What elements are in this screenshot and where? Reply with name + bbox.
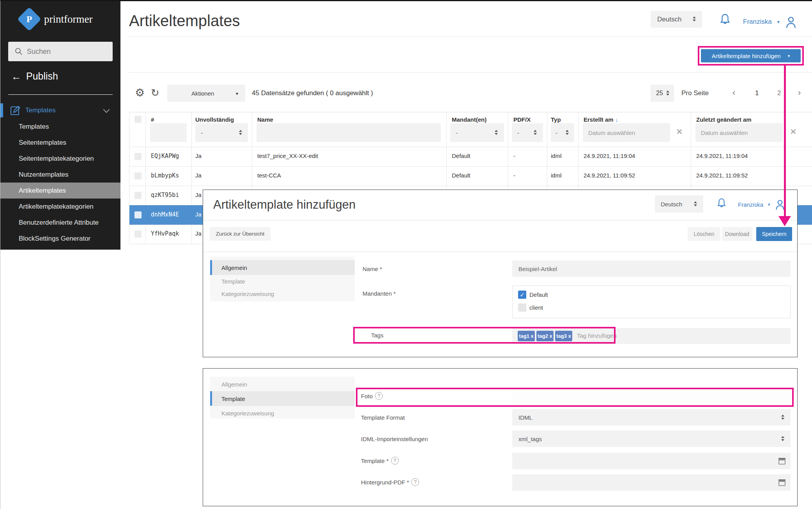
- caret-down-icon: ▾: [777, 19, 780, 25]
- sidebar-item-blocksettings-generator[interactable]: BlockSettings Generator: [0, 231, 120, 247]
- sidebar-item-nutzentemplates[interactable]: Nutzentemplates: [0, 167, 120, 183]
- delete-button[interactable]: Löschen: [688, 227, 720, 241]
- background-pdf-field[interactable]: [512, 474, 791, 491]
- mandant-client-checkbox[interactable]: [518, 303, 526, 312]
- back-arrow-icon: ←: [11, 71, 21, 82]
- column-header-zuletzt-geaendert[interactable]: Zuletzt geändert am: [696, 116, 752, 123]
- nav-item-allgemein[interactable]: Allgemein: [210, 377, 355, 392]
- help-icon[interactable]: ?: [391, 457, 399, 465]
- column-header-mandant[interactable]: Mandant(en): [452, 116, 486, 123]
- logo-text: printformer: [44, 13, 92, 25]
- language-select[interactable]: Deutsch: [655, 195, 703, 213]
- template-file-label: Template *: [361, 458, 389, 464]
- annotation-arrow-line: [784, 65, 786, 217]
- nav-item-kategoriezuweisung[interactable]: Kategoriezuweisung: [210, 406, 355, 420]
- user-name: Franziska: [743, 18, 772, 26]
- mandant-default-checkbox[interactable]: ✓: [518, 291, 526, 299]
- row-checkbox[interactable]: [134, 211, 142, 218]
- name-label: Name *: [363, 266, 382, 272]
- prev-page-button[interactable]: ‹: [732, 88, 735, 98]
- filter-unvollstaendig-select[interactable]: -: [195, 123, 248, 142]
- user-menu[interactable]: Franziska ▾: [743, 15, 798, 28]
- dialog-divider: [203, 252, 797, 252]
- sidebar-item-templates[interactable]: Templates: [0, 119, 120, 135]
- highlight-tags-row: [353, 327, 616, 344]
- caret-down-icon: ▾: [768, 202, 770, 207]
- per-page-select[interactable]: 25: [651, 85, 674, 102]
- clear-modified-filter-icon[interactable]: ✕: [790, 127, 797, 137]
- row-checkbox[interactable]: [134, 153, 142, 160]
- name-input[interactable]: Beispiel-Artikel: [512, 261, 791, 277]
- nav-item-kategoriezuweisung[interactable]: Kategoriezuweisung: [210, 286, 355, 301]
- nav-item-template[interactable]: Template: [210, 391, 355, 406]
- table-row[interactable]: bLmbypKs Ja test-CCA Default - idml 24.9…: [129, 167, 812, 186]
- idml-import-select[interactable]: xml_tags: [512, 431, 791, 447]
- select-arrows-icon: [781, 436, 784, 441]
- back-to-publish[interactable]: ← Publish: [11, 71, 58, 82]
- refresh-icon[interactable]: ↻: [151, 87, 159, 98]
- dialog-divider: [203, 220, 797, 220]
- select-all-checkbox[interactable]: [134, 116, 142, 123]
- upload-box-icon[interactable]: [778, 457, 786, 465]
- page-title: Artikeltemplates: [129, 12, 240, 30]
- filter-modified-date-input[interactable]: Datum auswählen: [695, 123, 783, 142]
- template-format-select[interactable]: IDML: [512, 409, 791, 426]
- download-button[interactable]: Download: [722, 227, 752, 241]
- template-file-field[interactable]: [512, 453, 791, 469]
- active-nav-bar: [210, 391, 212, 406]
- clear-created-filter-icon[interactable]: ✕: [676, 127, 683, 137]
- table-row[interactable]: EQjKAPWg Ja test7_price_XX-XX-edit Defau…: [129, 147, 812, 166]
- column-header-name[interactable]: Name: [257, 116, 273, 123]
- select-arrows-icon: [666, 90, 669, 96]
- user-menu[interactable]: Franziska ▾: [738, 199, 786, 210]
- select-arrows-icon: [495, 130, 498, 135]
- row-checkbox[interactable]: [134, 172, 142, 179]
- pencil-square-icon: [10, 105, 21, 115]
- header-divider: [129, 36, 812, 37]
- language-select[interactable]: Deutsch: [651, 11, 702, 28]
- sidebar-item-benutzerdefinierte-attribute[interactable]: Benutzerdefinierte Attribute: [0, 215, 120, 231]
- row-checkbox[interactable]: [134, 231, 142, 238]
- row-checkbox[interactable]: [134, 192, 142, 199]
- column-header-pdfx[interactable]: PDF/X: [513, 116, 531, 123]
- search-icon: [14, 47, 23, 56]
- per-page-label: Pro Seite: [681, 89, 709, 97]
- sidebar-item-seitentemplatekategorien[interactable]: Seitentemplatekategorien: [0, 151, 120, 167]
- help-icon[interactable]: ?: [411, 478, 419, 486]
- select-arrows-icon: [693, 16, 696, 21]
- column-header-id[interactable]: #: [151, 116, 154, 123]
- bell-icon[interactable]: [716, 197, 727, 210]
- filter-id-input[interactable]: [150, 123, 187, 142]
- actions-select[interactable]: Aktionen ▾: [167, 85, 245, 102]
- sidebar-item-artikeltemplates[interactable]: Artikeltemplates: [0, 183, 120, 199]
- page-1-button[interactable]: 1: [755, 89, 759, 97]
- bell-icon[interactable]: [719, 13, 731, 27]
- filter-typ-select[interactable]: -: [551, 123, 574, 142]
- filter-pdfx-select[interactable]: -: [512, 123, 543, 142]
- save-button[interactable]: Speichern: [756, 227, 792, 241]
- table-border-top: [129, 112, 812, 112]
- column-header-typ[interactable]: Typ: [551, 116, 561, 123]
- next-page-button[interactable]: ›: [798, 88, 801, 98]
- page-2-button[interactable]: 2: [777, 89, 781, 97]
- upload-box-icon[interactable]: [778, 479, 786, 486]
- gear-icon[interactable]: ⚙: [135, 87, 145, 98]
- column-header-unvollstaendig[interactable]: Unvollständig: [195, 116, 234, 123]
- sidebar-section-templates[interactable]: Templates: [0, 103, 120, 117]
- sidebar-item-artikeltemplatekategorien[interactable]: Artikeltemplatekategorien: [0, 199, 120, 215]
- sidebar-item-seitentemplates[interactable]: Seitentemplates: [0, 135, 120, 151]
- sort-desc-icon: ↓: [615, 116, 618, 123]
- chevron-down-icon: [103, 106, 110, 113]
- nav-item-allgemein[interactable]: Allgemein: [210, 260, 355, 275]
- filter-name-input[interactable]: [257, 123, 441, 142]
- select-arrows-icon: [694, 201, 697, 206]
- column-header-erstellt-am[interactable]: Erstellt am ↓: [584, 116, 618, 123]
- highlight-add-button: [698, 46, 804, 66]
- filter-created-date-input[interactable]: Datum auswählen: [583, 123, 670, 142]
- dialog-nav: Allgemein Template Kategoriezuweisung: [210, 377, 355, 419]
- select-arrows-icon: [534, 130, 537, 135]
- sidebar-divider: [8, 94, 113, 95]
- filter-mandant-select[interactable]: -: [450, 123, 504, 142]
- back-to-overview-button[interactable]: Zurück zur Übersicht: [210, 227, 271, 241]
- search-input[interactable]: Suchen: [8, 42, 113, 61]
